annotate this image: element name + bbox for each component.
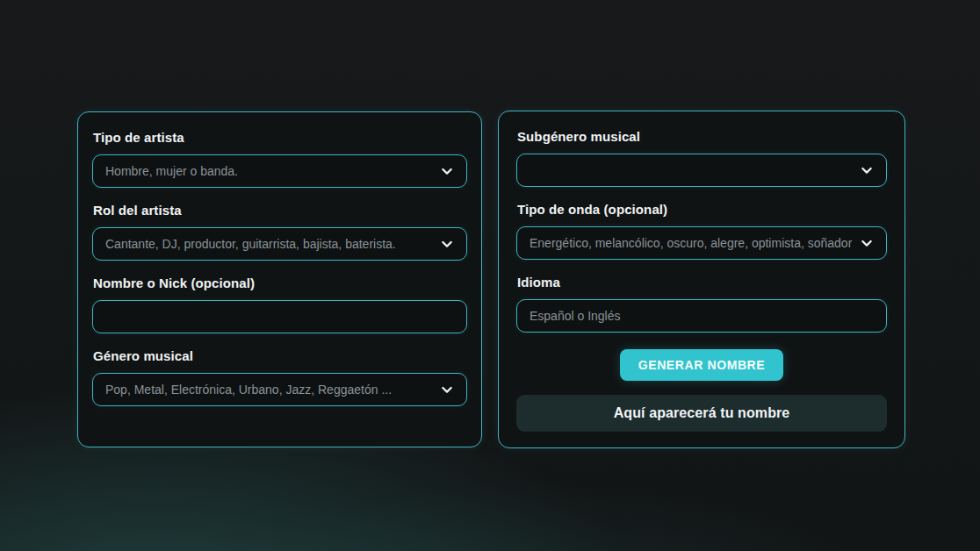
tipo-de-onda-label: Tipo de onda (opcional) xyxy=(517,202,887,218)
artist-name-generator-page: { "theme": { "accent_border": "#3eb5c2",… xyxy=(0,0,980,551)
select-value: Cantante, DJ, productor, guitarrista, ba… xyxy=(105,237,433,251)
select-value: Pop, Metal, Electrónica, Urbano, Jazz, R… xyxy=(105,383,433,397)
select-value: Hombre, mujer o banda. xyxy=(105,164,433,178)
chevron-down-icon xyxy=(440,237,454,251)
field-group-rol-del-artista: Rol del artista Cantante, DJ, productor,… xyxy=(92,203,467,261)
subgenero-musical-select[interactable] xyxy=(516,154,887,187)
chevron-down-icon xyxy=(860,163,874,177)
generator-options-card: Subgénero musical Tipo de onda (opcional… xyxy=(498,111,905,448)
genero-musical-label: Género musical xyxy=(93,348,467,364)
genero-musical-select[interactable]: Pop, Metal, Electrónica, Urbano, Jazz, R… xyxy=(92,373,467,406)
nombre-nick-input[interactable] xyxy=(92,300,467,333)
artist-details-card: Tipo de artista Hombre, mujer o banda. R… xyxy=(77,111,482,447)
tipo-de-onda-select[interactable]: Energético, melancólico, oscuro, alegre,… xyxy=(516,226,887,260)
idioma-label: Idioma xyxy=(517,275,887,290)
generar-nombre-button[interactable]: GENERAR NOMBRE xyxy=(620,349,784,381)
subgenero-musical-label: Subgénero musical xyxy=(517,129,887,145)
nombre-nick-label: Nombre o Nick (opcional) xyxy=(93,276,467,291)
idioma-input[interactable] xyxy=(516,299,887,333)
field-group-nombre-nick: Nombre o Nick (opcional) xyxy=(92,276,467,333)
chevron-down-icon xyxy=(440,164,454,178)
field-group-tipo-de-artista: Tipo de artista Hombre, mujer o banda. xyxy=(92,130,467,188)
chevron-down-icon xyxy=(440,383,454,397)
rol-del-artista-label: Rol del artista xyxy=(93,203,467,218)
rol-del-artista-select[interactable]: Cantante, DJ, productor, guitarrista, ba… xyxy=(92,227,467,261)
tipo-de-artista-select[interactable]: Hombre, mujer o banda. xyxy=(92,154,467,188)
field-group-subgenero-musical: Subgénero musical xyxy=(516,129,887,187)
field-group-tipo-de-onda: Tipo de onda (opcional) Energético, mela… xyxy=(516,202,887,260)
field-group-genero-musical: Género musical Pop, Metal, Electrónica, … xyxy=(92,348,467,406)
field-group-idioma: Idioma xyxy=(516,275,887,333)
result-placeholder: Aquí aparecerá tu nombre xyxy=(516,395,887,432)
select-value: Energético, melancólico, oscuro, alegre,… xyxy=(530,236,853,250)
tipo-de-artista-label: Tipo de artista xyxy=(93,130,467,146)
chevron-down-icon xyxy=(860,236,874,250)
